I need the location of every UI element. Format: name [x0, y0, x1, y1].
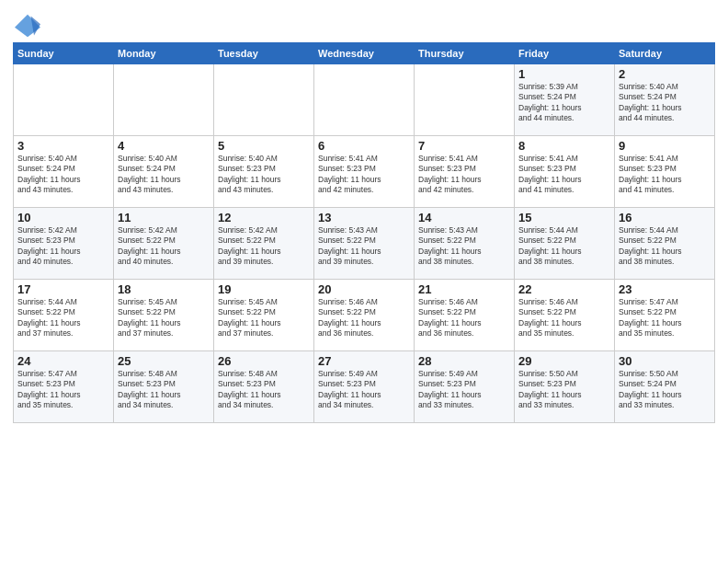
- calendar-cell: 17Sunrise: 5:44 AM Sunset: 5:22 PM Dayli…: [14, 280, 114, 351]
- day-number: 8: [518, 139, 610, 153]
- day-header-thursday: Thursday: [415, 43, 515, 64]
- day-detail: Sunrise: 5:41 AM Sunset: 5:23 PM Dayligh…: [619, 154, 711, 196]
- day-number: 19: [218, 282, 310, 296]
- calendar-cell: [114, 64, 214, 136]
- day-detail: Sunrise: 5:50 AM Sunset: 5:23 PM Dayligh…: [518, 369, 610, 411]
- calendar-cell: [314, 64, 415, 136]
- calendar-cell: 26Sunrise: 5:48 AM Sunset: 5:23 PM Dayli…: [214, 351, 314, 423]
- day-detail: Sunrise: 5:44 AM Sunset: 5:22 PM Dayligh…: [619, 225, 711, 268]
- day-number: 3: [17, 139, 109, 153]
- calendar-cell: 23Sunrise: 5:47 AM Sunset: 5:22 PM Dayli…: [615, 280, 715, 351]
- day-header-tuesday: Tuesday: [214, 43, 314, 64]
- day-number: 15: [518, 211, 610, 224]
- day-header-sunday: Sunday: [14, 43, 114, 64]
- calendar-cell: 7Sunrise: 5:41 AM Sunset: 5:23 PM Daylig…: [415, 136, 515, 208]
- calendar-cell: 8Sunrise: 5:41 AM Sunset: 5:23 PM Daylig…: [515, 136, 615, 208]
- day-number: 26: [218, 354, 310, 368]
- day-detail: Sunrise: 5:44 AM Sunset: 5:22 PM Dayligh…: [17, 297, 109, 339]
- day-header-saturday: Saturday: [615, 43, 715, 64]
- day-detail: Sunrise: 5:43 AM Sunset: 5:22 PM Dayligh…: [318, 225, 410, 268]
- day-number: 7: [418, 139, 510, 153]
- calendar-cell: [214, 64, 314, 136]
- day-number: 25: [118, 354, 210, 368]
- logo: [13, 13, 46, 39]
- day-number: 5: [218, 139, 310, 153]
- day-number: 11: [118, 211, 210, 224]
- day-detail: Sunrise: 5:50 AM Sunset: 5:24 PM Dayligh…: [619, 369, 711, 411]
- calendar-cell: 14Sunrise: 5:43 AM Sunset: 5:22 PM Dayli…: [415, 208, 515, 280]
- day-header-wednesday: Wednesday: [314, 43, 415, 64]
- calendar-cell: 24Sunrise: 5:47 AM Sunset: 5:23 PM Dayli…: [14, 351, 114, 423]
- day-number: 18: [118, 282, 210, 296]
- day-number: 9: [619, 139, 711, 153]
- day-number: 21: [418, 282, 510, 296]
- day-detail: Sunrise: 5:46 AM Sunset: 5:22 PM Dayligh…: [418, 297, 510, 339]
- calendar-cell: 19Sunrise: 5:45 AM Sunset: 5:22 PM Dayli…: [214, 280, 314, 351]
- day-detail: Sunrise: 5:47 AM Sunset: 5:22 PM Dayligh…: [619, 297, 711, 339]
- day-detail: Sunrise: 5:40 AM Sunset: 5:24 PM Dayligh…: [17, 154, 109, 196]
- day-detail: Sunrise: 5:45 AM Sunset: 5:22 PM Dayligh…: [118, 297, 210, 339]
- day-header-monday: Monday: [114, 43, 214, 64]
- calendar-cell: [415, 64, 515, 136]
- calendar-cell: 3Sunrise: 5:40 AM Sunset: 5:24 PM Daylig…: [14, 136, 114, 208]
- calendar-cell: 10Sunrise: 5:42 AM Sunset: 5:23 PM Dayli…: [14, 208, 114, 280]
- day-number: 13: [318, 211, 410, 224]
- calendar-cell: 25Sunrise: 5:48 AM Sunset: 5:23 PM Dayli…: [114, 351, 214, 423]
- calendar-cell: [14, 64, 114, 136]
- day-detail: Sunrise: 5:42 AM Sunset: 5:22 PM Dayligh…: [118, 225, 210, 268]
- calendar-cell: 18Sunrise: 5:45 AM Sunset: 5:22 PM Dayli…: [114, 280, 214, 351]
- day-number: 20: [318, 282, 410, 296]
- calendar-cell: 15Sunrise: 5:44 AM Sunset: 5:22 PM Dayli…: [515, 208, 615, 280]
- day-number: 6: [318, 139, 410, 153]
- calendar-cell: 11Sunrise: 5:42 AM Sunset: 5:22 PM Dayli…: [114, 208, 214, 280]
- calendar-week-4: 17Sunrise: 5:44 AM Sunset: 5:22 PM Dayli…: [14, 280, 715, 351]
- calendar-cell: 28Sunrise: 5:49 AM Sunset: 5:23 PM Dayli…: [415, 351, 515, 423]
- header: [13, 9, 715, 39]
- day-number: 22: [518, 282, 610, 296]
- calendar-cell: 6Sunrise: 5:41 AM Sunset: 5:23 PM Daylig…: [314, 136, 415, 208]
- day-number: 2: [619, 67, 711, 81]
- calendar-cell: 30Sunrise: 5:50 AM Sunset: 5:24 PM Dayli…: [615, 351, 715, 423]
- day-detail: Sunrise: 5:48 AM Sunset: 5:23 PM Dayligh…: [118, 369, 210, 411]
- calendar-cell: 5Sunrise: 5:40 AM Sunset: 5:23 PM Daylig…: [214, 136, 314, 208]
- day-detail: Sunrise: 5:40 AM Sunset: 5:24 PM Dayligh…: [118, 154, 210, 196]
- day-detail: Sunrise: 5:39 AM Sunset: 5:24 PM Dayligh…: [518, 82, 610, 124]
- calendar-cell: 16Sunrise: 5:44 AM Sunset: 5:22 PM Dayli…: [615, 208, 715, 280]
- day-detail: Sunrise: 5:46 AM Sunset: 5:22 PM Dayligh…: [518, 297, 610, 339]
- calendar-cell: 12Sunrise: 5:42 AM Sunset: 5:22 PM Dayli…: [214, 208, 314, 280]
- day-number: 16: [619, 211, 711, 224]
- day-number: 17: [17, 282, 109, 296]
- day-detail: Sunrise: 5:49 AM Sunset: 5:23 PM Dayligh…: [318, 369, 410, 411]
- calendar-cell: 22Sunrise: 5:46 AM Sunset: 5:22 PM Dayli…: [515, 280, 615, 351]
- calendar-header-row: SundayMondayTuesdayWednesdayThursdayFrid…: [14, 43, 715, 64]
- day-header-friday: Friday: [515, 43, 615, 64]
- day-detail: Sunrise: 5:41 AM Sunset: 5:23 PM Dayligh…: [418, 154, 510, 196]
- day-detail: Sunrise: 5:43 AM Sunset: 5:22 PM Dayligh…: [418, 225, 510, 268]
- day-number: 1: [518, 67, 610, 81]
- day-number: 29: [518, 354, 610, 368]
- day-number: 24: [17, 354, 109, 368]
- calendar-cell: 4Sunrise: 5:40 AM Sunset: 5:24 PM Daylig…: [114, 136, 214, 208]
- calendar-cell: 2Sunrise: 5:40 AM Sunset: 5:24 PM Daylig…: [615, 64, 715, 136]
- calendar-cell: 1Sunrise: 5:39 AM Sunset: 5:24 PM Daylig…: [515, 64, 615, 136]
- calendar-cell: 9Sunrise: 5:41 AM Sunset: 5:23 PM Daylig…: [615, 136, 715, 208]
- day-number: 4: [118, 139, 210, 153]
- calendar-table: SundayMondayTuesdayWednesdayThursdayFrid…: [13, 42, 715, 423]
- day-number: 30: [619, 354, 711, 368]
- day-number: 12: [218, 211, 310, 224]
- day-number: 23: [619, 282, 711, 296]
- day-detail: Sunrise: 5:42 AM Sunset: 5:22 PM Dayligh…: [218, 225, 310, 268]
- calendar-cell: 29Sunrise: 5:50 AM Sunset: 5:23 PM Dayli…: [515, 351, 615, 423]
- day-detail: Sunrise: 5:41 AM Sunset: 5:23 PM Dayligh…: [318, 154, 410, 196]
- calendar-week-1: 1Sunrise: 5:39 AM Sunset: 5:24 PM Daylig…: [14, 64, 715, 136]
- day-detail: Sunrise: 5:40 AM Sunset: 5:23 PM Dayligh…: [218, 154, 310, 196]
- calendar-cell: 21Sunrise: 5:46 AM Sunset: 5:22 PM Dayli…: [415, 280, 515, 351]
- calendar-cell: 13Sunrise: 5:43 AM Sunset: 5:22 PM Dayli…: [314, 208, 415, 280]
- calendar-week-3: 10Sunrise: 5:42 AM Sunset: 5:23 PM Dayli…: [14, 208, 715, 280]
- day-detail: Sunrise: 5:44 AM Sunset: 5:22 PM Dayligh…: [518, 225, 610, 268]
- day-number: 28: [418, 354, 510, 368]
- day-detail: Sunrise: 5:45 AM Sunset: 5:22 PM Dayligh…: [218, 297, 310, 339]
- calendar-week-2: 3Sunrise: 5:40 AM Sunset: 5:24 PM Daylig…: [14, 136, 715, 208]
- day-detail: Sunrise: 5:46 AM Sunset: 5:22 PM Dayligh…: [318, 297, 410, 339]
- day-detail: Sunrise: 5:47 AM Sunset: 5:23 PM Dayligh…: [17, 369, 109, 411]
